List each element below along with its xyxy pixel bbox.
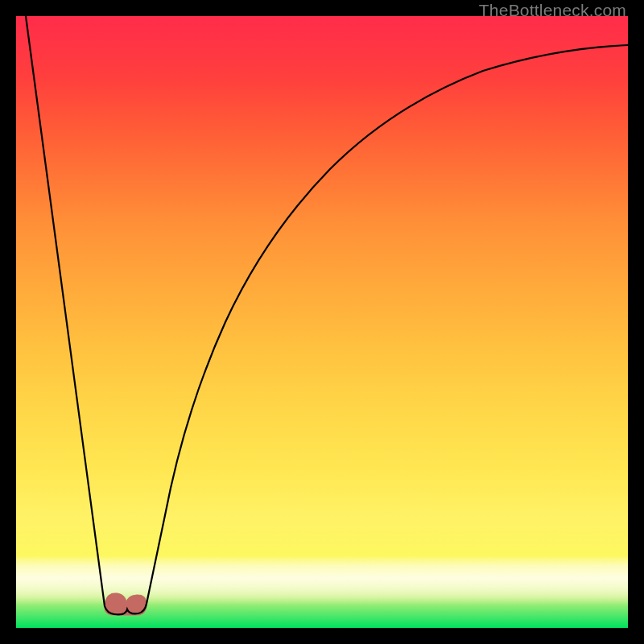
- plot-area: [16, 16, 628, 628]
- bottleneck-curve: [26, 16, 628, 614]
- watermark-text: TheBottleneck.com: [479, 1, 626, 20]
- chart-svg: [16, 16, 628, 628]
- chart-frame: TheBottleneck.com: [0, 0, 644, 644]
